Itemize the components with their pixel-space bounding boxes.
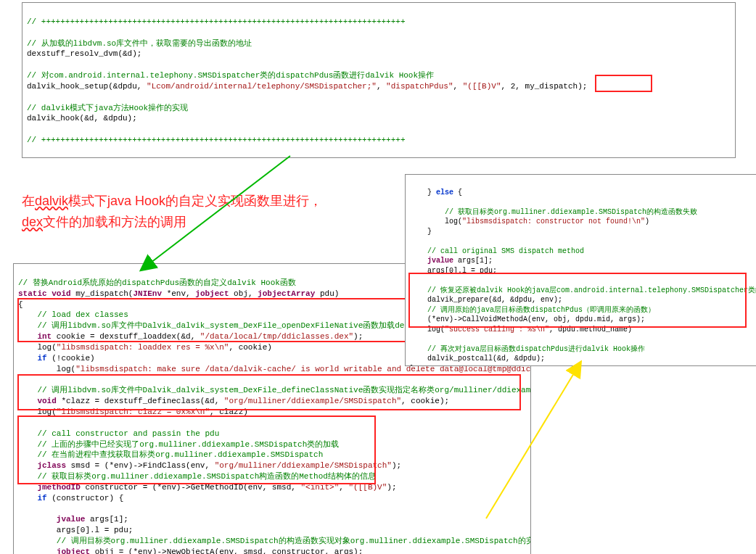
comment-line: // 调用libdvm.so库文件中Dalvik_dalvik_system_D… [18,386,531,394]
code-line: dalvik_prepare(&d, &dpdu, env); [410,296,562,304]
comment-line: // call constructor and passin the pdu [18,429,219,438]
code-line: int cookie = dexstuff_loaddex(&d, "/data… [18,332,363,341]
code-line: args[0].l = pdu; [18,526,133,534]
code-block-top: // +++++++++++++++++++++++++++++++++++++… [22,2,736,158]
comment-line: // 获取目标类org.mulliner.ddiexample.SMSDispa… [18,472,376,481]
code-line: if (!cookie) [18,354,95,363]
comment-line: // 恢复还原被dalvik Hook的java层com.android.int… [410,286,756,294]
comment-line: // 对com.android.internal.telephony.SMSDi… [27,71,434,80]
code-line: void *clazz = dexstuff_defineclass(&d, "… [18,397,449,405]
code-line: dalvik_hook(&d, &dpdu); [27,114,137,123]
comment-line: // call original SMS dispatch method [410,247,584,255]
comment-line: // 调用目标类org.mulliner.ddiexample.SMSDispa… [18,537,531,545]
comment-line: // dalvik模式下java方法Hook操作的实现 [27,104,188,112]
code-line: log("libsmsdispatch: clazz = 0x%x\n", cl… [18,408,248,416]
comment-line: // 上面的步骤中已经实现了org.mulliner.ddiexample.SM… [18,440,339,449]
comment-line: // 再次对java层目标函数dispatchPdus进行dalvik Hook… [410,345,645,353]
annotation-text: 在dalvik模式下java Hook的自定义实现函数里进行， dex文件的加载… [22,191,356,233]
code-line: log("libsmsdispatch: constructor not fou… [410,218,649,226]
code-line: } [410,365,414,367]
code-line: log("libsmsdispatch: loaddex res = %x\n"… [18,343,272,352]
code-line: dalvik_hook_setup(&dpdu, "Lcom/android/i… [27,82,587,91]
code-line: static void my_dispatch(JNIEnv *env, job… [18,289,339,298]
code-line: args[0].l = pdu; [410,267,497,275]
code-line: jvalue args[1]; [18,515,128,524]
comment-line: // load dex classes [18,310,128,319]
comment-line: // 在当前进程中查找获取目标类org.mulliner.ddiexample.… [18,450,323,459]
code-line: dexstuff_resolv_dvm(&d); [27,49,141,58]
comment-line: // 调用原始的java层目标函数dispatchPdus（即调用原来的函数） [410,306,655,314]
comment-line: // 从加载的libdvm.so库文件中，获取需要的导出函数的地址 [27,39,252,48]
code-line: (*env)->CallVoidMethodA(env, obj, dpdu.m… [410,315,645,323]
code-line: jvalue args[1]; [410,257,493,265]
code-line: } [410,228,432,236]
comment-line: // +++++++++++++++++++++++++++++++++++++… [27,136,406,144]
code-line: dalvik_postcall(&d, &dpdu); [410,355,545,363]
code-line: jmethodID constructor = (*env)->GetMetho… [18,483,397,492]
code-line: log("success calling : %s\n", dpdu.metho… [410,326,632,334]
comment-line: // 获取目标类org.mulliner.ddiexample.SMSDispa… [410,208,697,216]
code-line: jclass smsd = (*env)->FindClass(env, "or… [18,461,401,470]
code-line: jobject objj = (*env)->NewObjectA(env, s… [18,547,363,554]
comment-line: // +++++++++++++++++++++++++++++++++++++… [27,17,406,26]
comment-line: // 替换Android系统原始的dispatchPdus函数的自定义dalvi… [18,278,296,287]
code-block-right: } else { // 获取目标类org.mulliner.ddiexample… [405,174,756,366]
comment-line: // 调用libdvm.so库文件中Dalvik_dalvik_system_D… [18,321,457,330]
code-line: if (constructor) { [18,494,123,503]
code-line: } else { [410,189,462,197]
code-line: { [18,300,23,309]
